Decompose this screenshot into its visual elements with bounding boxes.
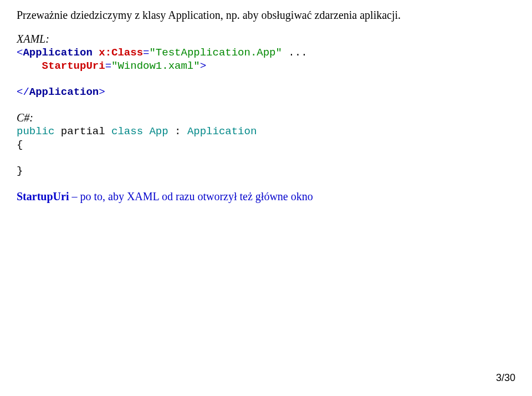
footer-line: StartupUri – po to, aby XAML od razu otw… bbox=[17, 190, 515, 203]
xaml-code: <Application x:Class="TestApplication.Ap… bbox=[17, 47, 515, 99]
class-name: App bbox=[149, 125, 168, 138]
footer-strong: StartupUri bbox=[17, 190, 69, 202]
space bbox=[93, 47, 99, 59]
brace-close: } bbox=[17, 165, 23, 177]
angle-close-2: > bbox=[99, 86, 105, 98]
attr-xclass: x:Class bbox=[99, 47, 143, 59]
xaml-block: XAML: <Application x:Class="TestApplicat… bbox=[17, 33, 515, 99]
angle-close: > bbox=[200, 60, 206, 72]
indent bbox=[17, 60, 42, 72]
equals-2: = bbox=[105, 60, 111, 72]
xaml-label: XAML: bbox=[17, 33, 515, 45]
csharp-block: C#: public partial class App : Applicati… bbox=[17, 111, 515, 178]
kw-class: class bbox=[111, 125, 143, 138]
tag-application-close: Application bbox=[29, 86, 99, 98]
kw-partial: partial bbox=[54, 125, 111, 138]
angle-open: < bbox=[17, 47, 23, 59]
base-class: Application bbox=[187, 125, 257, 138]
footer-rest: – po to, aby XAML od razu otworzył też g… bbox=[69, 190, 313, 202]
csharp-label: C#: bbox=[17, 111, 515, 124]
val-xclass: "TestApplication.App" bbox=[149, 47, 282, 59]
equals: = bbox=[143, 47, 149, 59]
angle-open-close: </ bbox=[17, 86, 29, 98]
intro-text: Przeważnie dziedziczymy z klasy Applicat… bbox=[17, 9, 515, 22]
page-number: 3/30 bbox=[496, 372, 515, 384]
brace-open: { bbox=[17, 139, 23, 151]
attr-startupuri: StartupUri bbox=[42, 60, 105, 72]
kw-public: public bbox=[17, 125, 54, 138]
space-2 bbox=[143, 125, 149, 138]
tag-application-open: Application bbox=[23, 47, 92, 59]
val-startupuri: "Window1.xaml" bbox=[111, 60, 200, 72]
colon: : bbox=[168, 125, 187, 138]
csharp-code: public partial class App : Application {… bbox=[17, 125, 515, 178]
ellipsis: ... bbox=[282, 47, 308, 59]
